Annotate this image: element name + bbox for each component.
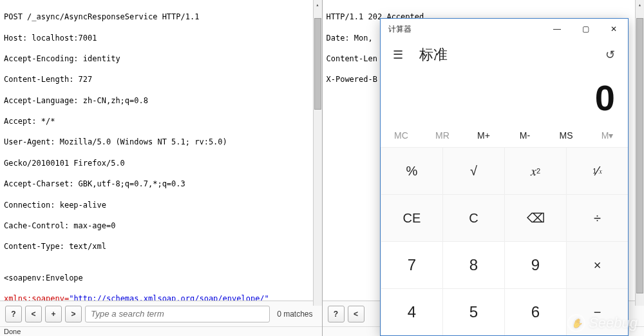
request-content[interactable]: POST /_async/AsyncResponseService HTTP/1…	[0, 0, 322, 301]
key-square[interactable]: 𝑥2	[504, 147, 566, 194]
match-count: 0 matches	[273, 310, 316, 319]
window-title: 计算器	[388, 24, 543, 35]
text-line: Accept-Language: zh-CN,zh;q=0.8	[4, 95, 318, 106]
text-line: Content-Length: 727	[4, 74, 318, 84]
scrollbar-thumb[interactable]	[636, 18, 643, 293]
key-4[interactable]: 4	[381, 288, 442, 335]
calculator-keypad: % √ 𝑥2 1⁄𝑥 CE C ⌫ ÷ 7 8 9 × 4 5 6 −	[381, 147, 628, 335]
mem-mplus-button[interactable]: M+	[463, 130, 504, 141]
text-line: User-Agent: Mozilla/5.0 (Windows NT 5.1;…	[4, 137, 318, 147]
key-5[interactable]: 5	[442, 288, 504, 335]
key-c[interactable]: C	[442, 194, 504, 241]
search-bar-left: ? < + > 0 matches	[0, 301, 322, 326]
text-line: Accept-Encoding: identity	[4, 54, 318, 64]
text-line: xmlns:soapenv="http://schemas.xmlsoap.or…	[4, 293, 318, 301]
calculator-window: 计算器 — ▢ ✕ ☰ 标准 ↺ 0 MC MR M+ M- MS M▾ % √…	[380, 18, 629, 336]
minimize-button[interactable]: —	[543, 19, 571, 39]
attr-value: "http://schemas.xmlsoap.org/soap/envelop…	[69, 294, 269, 301]
add-button[interactable]: +	[45, 306, 62, 322]
key-divide[interactable]: ÷	[566, 194, 628, 241]
prev-button[interactable]: <	[25, 306, 42, 322]
key-backspace[interactable]: ⌫	[504, 194, 566, 241]
hamburger-icon[interactable]: ☰	[386, 48, 410, 62]
maximize-button[interactable]: ▢	[571, 19, 600, 39]
key-6[interactable]: 6	[504, 288, 566, 335]
calculator-titlebar[interactable]: 计算器 — ▢ ✕	[381, 19, 628, 39]
key-7[interactable]: 7	[381, 241, 442, 288]
scrollbar-arrow-up[interactable]: ▴	[314, 0, 322, 9]
close-button[interactable]: ✕	[600, 19, 628, 39]
text-line: Connection: keep-alive	[4, 200, 318, 210]
text-line: Accept-Charset: GBK,utf-8;q=0.7,*;q=0.3	[4, 179, 318, 189]
calculator-mode-bar: ☰ 标准 ↺	[381, 39, 628, 70]
key-reciprocal[interactable]: 1⁄𝑥	[566, 147, 628, 194]
text-line: POST /_async/AsyncResponseService HTTP/1…	[4, 12, 318, 22]
attr-name: xmlns:soapenv=	[4, 294, 69, 301]
text-line: Gecko/20100101 Firefox/5.0	[4, 158, 318, 168]
key-9[interactable]: 9	[504, 241, 566, 288]
scrollbar[interactable]: ▴	[635, 0, 644, 306]
key-subtract[interactable]: −	[566, 288, 628, 335]
mem-mminus-button[interactable]: M-	[504, 130, 545, 141]
next-button[interactable]: >	[65, 306, 82, 322]
key-ce[interactable]: CE	[381, 194, 442, 241]
mem-mr-button[interactable]: MR	[422, 130, 463, 141]
search-input[interactable]	[85, 306, 270, 322]
key-sqrt[interactable]: √	[442, 147, 504, 194]
help-button[interactable]: ?	[5, 306, 22, 322]
scrollbar-arrow-up[interactable]: ▴	[636, 0, 644, 9]
text-line: Content-Type: text/xml	[4, 241, 318, 252]
request-pane: POST /_async/AsyncResponseService HTTP/1…	[0, 0, 322, 336]
prev-button[interactable]: <	[348, 306, 365, 322]
text-line: <soapenv:Envelope	[4, 273, 318, 283]
text-line: Host: localhost:7001	[4, 33, 318, 43]
mem-ms-button[interactable]: MS	[545, 130, 587, 141]
history-icon[interactable]: ↺	[605, 48, 615, 62]
memory-row: MC MR M+ M- MS M▾	[381, 124, 628, 147]
status-bar: Done	[0, 326, 322, 336]
scrollbar-thumb[interactable]	[314, 18, 321, 110]
text-line: Accept: */*	[4, 116, 318, 126]
key-8[interactable]: 8	[442, 241, 504, 288]
key-multiply[interactable]: ×	[566, 241, 628, 288]
scrollbar[interactable]: ▴	[313, 0, 322, 306]
help-button[interactable]: ?	[328, 306, 345, 322]
mem-mc-button[interactable]: MC	[381, 130, 422, 141]
text-line: Cache-Control: max-age=0	[4, 221, 318, 231]
mem-mlist-button[interactable]: M▾	[587, 130, 628, 141]
key-percent[interactable]: %	[381, 147, 442, 194]
calculator-mode-label: 标准	[419, 45, 448, 64]
calculator-display: 0	[381, 70, 628, 124]
